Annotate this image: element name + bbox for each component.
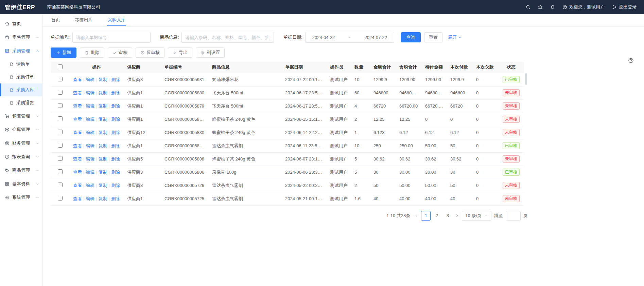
bell-icon[interactable] <box>550 5 555 9</box>
sidebar-item-reports[interactable]: 报表查询 <box>0 150 42 164</box>
next-page-button[interactable] <box>455 214 459 218</box>
table-scrollbar[interactable] <box>525 73 527 205</box>
cell-paid: 50 <box>447 179 473 192</box>
search-icon[interactable] <box>526 5 530 9</box>
view-link[interactable]: 查看 <box>73 196 82 201</box>
delete-link[interactable]: 删除 <box>111 117 120 122</box>
sidebar-subitem-purchase-order[interactable]: 采购订单 <box>0 71 42 83</box>
audit-button[interactable]: 审核 <box>108 47 132 58</box>
edit-link[interactable]: 编辑 <box>86 143 94 148</box>
copy-link[interactable]: 复制 <box>99 156 107 161</box>
row-checkbox[interactable] <box>58 169 63 174</box>
copy-link[interactable]: 复制 <box>99 196 107 201</box>
sidebar-subitem-purchase-request[interactable]: 请购单 <box>0 58 42 71</box>
row-checkbox[interactable] <box>58 116 63 121</box>
delete-link[interactable]: 删除 <box>111 170 120 175</box>
copy-link[interactable]: 复制 <box>99 183 107 188</box>
view-link[interactable]: 查看 <box>73 77 82 82</box>
column-settings-button[interactable]: 列设置 <box>196 47 225 58</box>
row-checkbox[interactable] <box>58 77 63 81</box>
delete-link[interactable]: 删除 <box>111 130 120 135</box>
sidebar-item-purchase[interactable]: 采购管理 <box>0 44 42 58</box>
sidebar-item-finance[interactable]: 财务管理 <box>0 136 42 150</box>
search-button[interactable]: 查询 <box>401 32 421 42</box>
bank-icon[interactable] <box>538 5 543 9</box>
sidebar-item-warehouse[interactable]: 仓库管理 <box>0 123 42 136</box>
view-link[interactable]: 查看 <box>73 90 82 95</box>
select-all-checkbox[interactable] <box>58 64 63 69</box>
page-button-1[interactable]: 1 <box>421 211 431 221</box>
edit-link[interactable]: 编辑 <box>86 90 94 95</box>
sidebar-subitem-purchase-return[interactable]: 采购退货 <box>0 96 42 109</box>
row-checkbox[interactable] <box>58 90 63 95</box>
row-checkbox[interactable] <box>58 196 63 201</box>
sidebar-item-sales[interactable]: 销售管理 <box>0 109 42 123</box>
tab-home[interactable]: 首页 <box>51 14 61 26</box>
page-button-2[interactable]: 2 <box>432 211 441 221</box>
sidebar-item-retail[interactable]: 零售管理 <box>0 31 42 44</box>
help-icon[interactable] <box>628 58 634 65</box>
table-scrollbar-thumb[interactable] <box>525 73 527 85</box>
delete-link[interactable]: 删除 <box>111 90 120 95</box>
row-checkbox[interactable] <box>58 143 63 148</box>
row-checkbox[interactable] <box>58 130 63 134</box>
edit-link[interactable]: 编辑 <box>86 130 94 135</box>
sidebar-item-products[interactable]: 商品管理 <box>0 164 42 177</box>
view-link[interactable]: 查看 <box>73 103 82 109</box>
cell-supplier: 供应商1 <box>124 139 161 152</box>
copy-link[interactable]: 复制 <box>99 143 107 148</box>
row-checkbox[interactable] <box>58 183 63 187</box>
row-checkbox[interactable] <box>58 103 63 108</box>
sidebar-item-basic-data[interactable]: 基本资料 <box>0 177 42 191</box>
view-link[interactable]: 查看 <box>73 170 82 175</box>
bill-no-input[interactable] <box>72 32 151 43</box>
sidebar-item-system[interactable]: 系统管理 <box>0 191 42 204</box>
view-link[interactable]: 查看 <box>73 143 82 148</box>
jump-page-input[interactable] <box>506 211 521 221</box>
delete-link[interactable]: 删除 <box>111 103 120 109</box>
copy-link[interactable]: 复制 <box>99 170 107 175</box>
edit-link[interactable]: 编辑 <box>86 196 94 201</box>
unaudit-button[interactable]: 反审核 <box>136 47 164 58</box>
product-input[interactable] <box>181 32 274 43</box>
view-link[interactable]: 查看 <box>73 130 82 135</box>
delete-link[interactable]: 删除 <box>111 196 120 201</box>
edit-link[interactable]: 编辑 <box>86 117 94 122</box>
copy-link[interactable]: 复制 <box>99 90 107 95</box>
copy-link[interactable]: 复制 <box>99 117 107 122</box>
edit-link[interactable]: 编辑 <box>86 170 94 175</box>
edit-link[interactable]: 编辑 <box>86 103 94 109</box>
row-select-cell <box>51 166 69 179</box>
date-from[interactable]: 2024-04-22 <box>312 35 335 40</box>
copy-link[interactable]: 复制 <box>99 103 107 109</box>
add-button[interactable]: 新增 <box>51 47 76 58</box>
sidebar-subitem-purchase-inbound[interactable]: 采购入库 <box>0 83 42 96</box>
tab-retail-outbound[interactable]: 零售出库 <box>74 14 93 26</box>
page-button-3[interactable]: 3 <box>443 211 452 221</box>
expand-link[interactable]: 展开 <box>448 34 462 40</box>
copy-link[interactable]: 复制 <box>99 77 107 82</box>
logout-button[interactable]: 退出登录 <box>612 4 637 10</box>
tab-purchase-inbound[interactable]: 采购入库 <box>107 14 126 26</box>
delete-link[interactable]: 删除 <box>111 77 120 82</box>
edit-link[interactable]: 编辑 <box>86 156 94 161</box>
copy-link[interactable]: 复制 <box>99 130 107 135</box>
reset-button[interactable]: 重置 <box>424 32 442 42</box>
row-checkbox[interactable] <box>58 156 63 161</box>
delete-link[interactable]: 删除 <box>111 183 120 188</box>
edit-link[interactable]: 编辑 <box>86 183 94 188</box>
sidebar-item-home[interactable]: 首页 <box>0 17 42 31</box>
prev-page-button[interactable] <box>414 214 418 218</box>
export-button[interactable]: 导出 <box>168 47 192 58</box>
delete-link[interactable]: 删除 <box>111 143 120 148</box>
date-range-picker[interactable]: 2024-04-22 ~ 2024-07-22 <box>305 32 394 43</box>
welcome-user[interactable]: 欢迎您，测试用户 <box>562 4 605 10</box>
delete-button[interactable]: 删除 <box>80 47 104 58</box>
view-link[interactable]: 查看 <box>73 183 82 188</box>
date-to[interactable]: 2024-07-22 <box>364 35 387 40</box>
edit-link[interactable]: 编辑 <box>86 77 94 82</box>
page-size-select[interactable]: 10 条/页 <box>462 211 491 221</box>
view-link[interactable]: 查看 <box>73 117 82 122</box>
view-link[interactable]: 查看 <box>73 156 82 161</box>
delete-link[interactable]: 删除 <box>111 156 120 161</box>
